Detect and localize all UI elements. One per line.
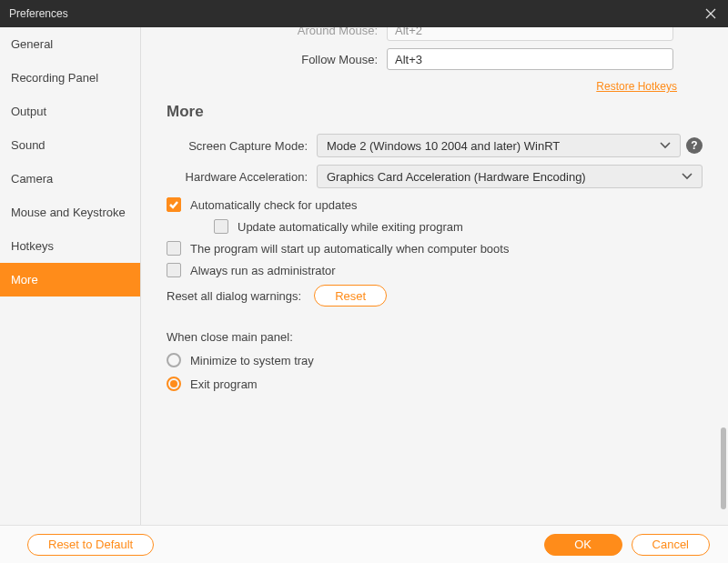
- sidebar-item-more[interactable]: More: [0, 263, 140, 297]
- footer: Reset to Default OK Cancel: [0, 525, 728, 563]
- sidebar-item-output[interactable]: Output: [0, 95, 140, 128]
- main-panel: Around Mouse: Alt+2 Follow Mouse: Alt+3 …: [141, 27, 728, 525]
- follow-mouse-label: Follow Mouse:: [230, 53, 387, 66]
- checkbox-update-on-exit[interactable]: Update automatically while exiting progr…: [214, 219, 703, 234]
- radio-exit-program[interactable]: Exit program: [167, 377, 703, 391]
- help-icon[interactable]: ?: [686, 137, 703, 154]
- checkbox-icon: [167, 241, 181, 256]
- sidebar-item-hotkeys[interactable]: Hotkeys: [0, 229, 140, 263]
- close-icon[interactable]: [703, 5, 719, 22]
- ok-button[interactable]: OK: [544, 534, 622, 556]
- reset-button[interactable]: Reset: [314, 285, 387, 307]
- checkbox-startup-boot[interactable]: The program will start up automatically …: [167, 241, 703, 256]
- cancel-button[interactable]: Cancel: [632, 534, 710, 556]
- around-mouse-label: Around Mouse:: [230, 27, 387, 37]
- sidebar-item-sound[interactable]: Sound: [0, 128, 140, 162]
- checkbox-icon: [167, 197, 181, 212]
- checkbox-icon: [167, 263, 181, 277]
- window-title: Preferences: [9, 7, 703, 20]
- radio-icon: [167, 377, 181, 391]
- hw-accel-select[interactable]: Graphics Card Acceleration (Hardware Enc…: [317, 165, 703, 188]
- reset-dialogs-label: Reset all dialog warnings:: [167, 289, 301, 303]
- sidebar-item-recording-panel[interactable]: Recording Panel: [0, 61, 140, 95]
- sidebar-item-general[interactable]: General: [0, 27, 140, 61]
- sidebar: General Recording Panel Output Sound Cam…: [0, 27, 141, 525]
- titlebar: Preferences: [0, 0, 728, 27]
- checkbox-run-admin[interactable]: Always run as administrator: [167, 263, 703, 277]
- around-mouse-field[interactable]: Alt+2: [387, 27, 673, 41]
- screen-capture-label: Screen Capture Mode:: [167, 139, 317, 153]
- reset-default-button[interactable]: Reset to Default: [27, 534, 154, 556]
- chevron-down-icon: [682, 173, 693, 180]
- restore-hotkeys-link[interactable]: Restore Hotkeys: [596, 80, 677, 93]
- more-heading: More: [167, 103, 703, 121]
- checkbox-auto-updates[interactable]: Automatically check for updates: [167, 197, 703, 212]
- scrollbar[interactable]: [721, 427, 726, 509]
- radio-icon: [167, 353, 181, 367]
- sidebar-item-mouse-keystroke[interactable]: Mouse and Keystroke: [0, 196, 140, 229]
- close-panel-heading: When close main panel:: [167, 330, 703, 344]
- sidebar-item-camera[interactable]: Camera: [0, 162, 140, 196]
- follow-mouse-field[interactable]: Alt+3: [387, 48, 673, 70]
- screen-capture-select[interactable]: Mode 2 (Windows 10 2004 and later) WinRT: [317, 134, 681, 157]
- chevron-down-icon: [660, 142, 671, 149]
- hw-accel-label: Hardware Acceleration:: [167, 170, 317, 184]
- radio-minimize-tray[interactable]: Minimize to system tray: [167, 353, 703, 367]
- checkbox-icon: [214, 219, 228, 234]
